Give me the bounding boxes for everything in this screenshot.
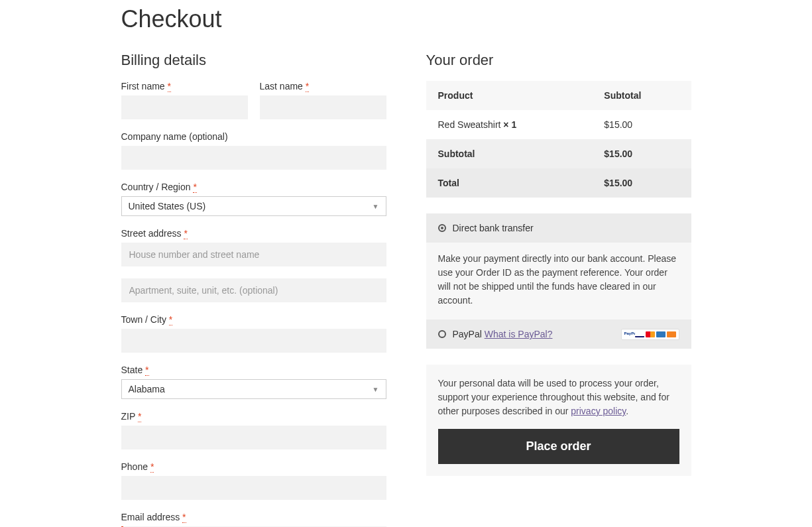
chevron-down-icon: ▼	[373, 386, 379, 393]
privacy-policy-link[interactable]: privacy policy	[571, 406, 626, 416]
payment-bank-transfer[interactable]: Direct bank transfer	[426, 213, 691, 243]
what-is-paypal-link[interactable]: What is PayPal?	[485, 329, 553, 339]
amex-icon	[656, 331, 666, 337]
country-select[interactable]: United States (US) ▼	[121, 196, 386, 216]
billing-section: Billing details First name * Last name *…	[121, 52, 386, 527]
email-label: Email address *	[121, 512, 386, 522]
paypal-icon: PayPal	[624, 331, 634, 337]
table-row: Red Sweatshirt × 1 $15.00	[426, 110, 691, 139]
order-table: Product Subtotal Red Sweatshirt × 1 $15.…	[426, 81, 691, 198]
country-label: Country / Region *	[121, 182, 386, 192]
street-label: Street address *	[121, 228, 386, 239]
order-heading: Your order	[426, 52, 691, 69]
col-subtotal: Subtotal	[592, 81, 691, 110]
required-mark: *	[182, 512, 186, 523]
discover-icon	[667, 331, 676, 337]
visa-icon	[635, 331, 644, 337]
city-label: Town / City *	[121, 314, 386, 325]
payment-paypal[interactable]: PayPal What is PayPal? PayPal	[426, 320, 691, 349]
zip-label: ZIP *	[121, 411, 386, 422]
city-label-text: Town / City	[121, 314, 169, 325]
paypal-label-text: PayPal	[453, 329, 485, 339]
required-mark: *	[150, 461, 154, 473]
radio-icon	[438, 330, 446, 338]
last-name-input[interactable]	[260, 95, 386, 119]
total-label: Total	[426, 168, 593, 198]
subtotal-row: Subtotal $15.00	[426, 139, 691, 168]
company-label: Company name (optional)	[121, 131, 386, 142]
street2-input[interactable]	[121, 278, 386, 302]
page-title: Checkout	[121, 5, 691, 33]
radio-icon	[438, 224, 446, 232]
chevron-down-icon: ▼	[373, 203, 379, 210]
required-mark: *	[306, 81, 309, 92]
street-input[interactable]	[121, 243, 386, 266]
payment-bank-label: Direct bank transfer	[453, 223, 534, 233]
state-select[interactable]: Alabama ▼	[121, 379, 386, 399]
first-name-label-text: First name	[121, 81, 168, 91]
phone-label: Phone *	[121, 461, 386, 472]
state-label-text: State	[121, 365, 146, 375]
billing-heading: Billing details	[121, 52, 386, 69]
state-select-value: Alabama	[129, 384, 165, 394]
product-qty: × 1	[503, 119, 516, 130]
phone-label-text: Phone	[121, 461, 150, 472]
mastercard-icon	[646, 331, 655, 337]
required-mark: *	[145, 365, 148, 376]
city-input[interactable]	[121, 329, 386, 353]
order-section: Your order Product Subtotal Red Sweatshi…	[426, 52, 691, 527]
product-subtotal-cell: $15.00	[592, 110, 691, 139]
last-name-label-text: Last name	[260, 81, 306, 91]
product-name: Red Sweatshirt	[438, 119, 504, 130]
privacy-text-suffix: .	[626, 406, 628, 416]
col-product: Product	[426, 81, 593, 110]
zip-input[interactable]	[121, 426, 386, 449]
place-order-button[interactable]: Place order	[438, 429, 679, 464]
zip-label-text: ZIP	[121, 411, 138, 422]
country-select-value: United States (US)	[129, 201, 206, 211]
street-label-text: Street address	[121, 228, 184, 239]
privacy-text: Your personal data will be used to proce…	[438, 377, 679, 418]
paypal-card-marks: PayPal	[621, 329, 679, 340]
payment-bank-desc: Make your payment directly into our bank…	[426, 243, 691, 320]
last-name-label: Last name *	[260, 81, 386, 91]
required-mark: *	[184, 228, 187, 239]
phone-input[interactable]	[121, 476, 386, 500]
required-mark: *	[138, 411, 141, 422]
email-label-text: Email address	[121, 512, 183, 522]
state-label: State *	[121, 365, 386, 375]
company-input[interactable]	[121, 146, 386, 170]
first-name-input[interactable]	[121, 95, 248, 119]
country-label-text: Country / Region	[121, 182, 194, 192]
payment-paypal-label: PayPal What is PayPal?	[453, 329, 553, 339]
first-name-label: First name *	[121, 81, 248, 91]
privacy-text-prefix: Your personal data will be used to proce…	[438, 378, 669, 416]
privacy-section: Your personal data will be used to proce…	[426, 365, 691, 476]
subtotal-value: $15.00	[592, 139, 691, 168]
total-row: Total $15.00	[426, 168, 691, 198]
required-mark: *	[169, 314, 172, 325]
required-mark: *	[193, 182, 196, 193]
table-header-row: Product Subtotal	[426, 81, 691, 110]
subtotal-label: Subtotal	[426, 139, 593, 168]
required-mark: *	[168, 81, 171, 92]
total-value: $15.00	[592, 168, 691, 198]
product-cell: Red Sweatshirt × 1	[426, 110, 593, 139]
payment-methods: Direct bank transfer Make your payment d…	[426, 213, 691, 349]
